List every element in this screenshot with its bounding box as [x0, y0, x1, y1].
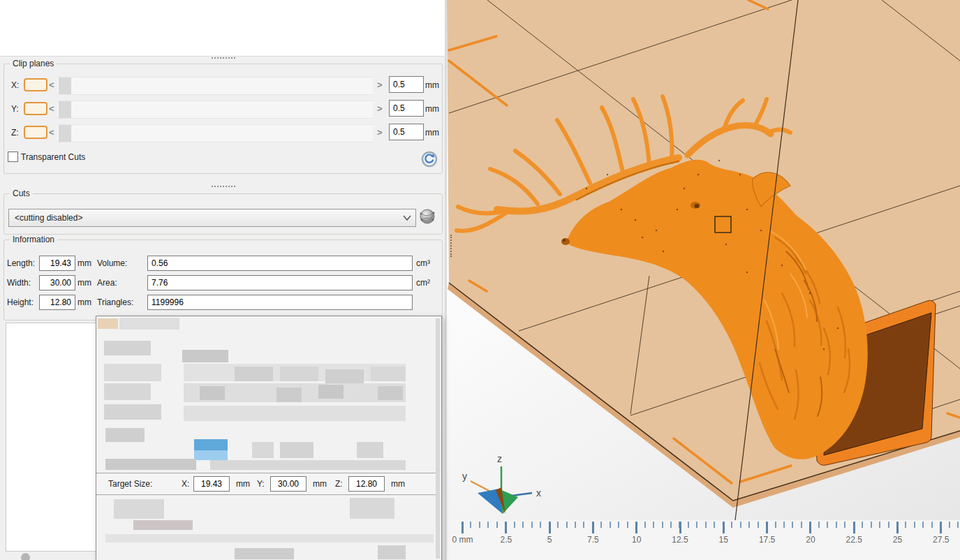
clip-x-step-left-icon[interactable]: < — [49, 80, 54, 90]
clip-planes-title: Clip planes — [10, 59, 57, 68]
x-axis-label: x — [536, 487, 541, 499]
horizontal-splitter-handle-2[interactable] — [212, 186, 235, 190]
area-unit: cm² — [416, 278, 430, 288]
target-x-input[interactable] — [193, 476, 230, 492]
clip-y-value-input[interactable] — [389, 100, 424, 117]
target-y-unit: mm — [313, 479, 327, 489]
clip-plane-row-y: Y: < > mm — [8, 100, 441, 118]
clip-x-slider-thumb[interactable] — [59, 78, 71, 94]
clip-x-slider[interactable] — [57, 77, 373, 95]
clip-x-step-right-icon[interactable]: > — [377, 80, 383, 90]
information-title: Information — [10, 235, 57, 244]
ruler-minor-ticks — [461, 522, 960, 528]
chevron-down-icon — [403, 215, 411, 221]
width-value-input[interactable] — [39, 275, 75, 290]
toolbar-icon-1[interactable] — [21, 553, 30, 560]
height-label: Height: — [7, 297, 34, 307]
clip-x-label: X: — [11, 80, 19, 90]
clip-y-step-left-icon[interactable]: < — [49, 103, 54, 114]
info-row-height-triangles: Height: mm Triangles: — [4, 295, 443, 310]
triangles-value-input[interactable] — [147, 295, 413, 310]
clip-z-unit: mm — [425, 128, 439, 138]
target-z-unit: mm — [391, 479, 405, 489]
transparent-cuts-checkbox[interactable] — [8, 152, 18, 162]
clip-z-step-right-icon[interactable]: > — [377, 127, 383, 138]
width-unit: mm — [77, 278, 91, 288]
info-row-width-area: Width: mm Area: cm² — [4, 275, 443, 290]
clip-z-slider-thumb[interactable] — [59, 125, 71, 142]
upper-panel-area — [0, 0, 445, 57]
3d-viewport[interactable]: z y x — [447, 0, 960, 520]
target-x-unit: mm — [236, 479, 250, 489]
info-row-length-volume: Length: mm Volume: cm³ — [4, 256, 443, 271]
clip-x-unit: mm — [425, 80, 439, 90]
volume-value-input[interactable] — [147, 256, 413, 271]
orientation-axes-widget: z y x — [462, 453, 541, 514]
clip-z-value-input[interactable] — [389, 124, 424, 140]
height-value-input[interactable] — [39, 295, 75, 310]
target-y-input[interactable] — [270, 476, 307, 492]
clip-x-value-input[interactable] — [389, 76, 424, 93]
target-size-label: Target Size: — [108, 479, 152, 489]
clip-y-unit: mm — [425, 104, 439, 114]
length-label: Length: — [7, 258, 35, 268]
height-unit: mm — [77, 297, 91, 307]
transparent-cuts-label: Transparent Cuts — [21, 152, 85, 162]
volume-label: Volume: — [97, 258, 127, 268]
clip-x-plane-toggle-button[interactable] — [24, 78, 47, 91]
clip-y-step-right-icon[interactable]: > — [377, 103, 383, 114]
target-size-row: Target Size: X: mm Y: mm Z: mm — [96, 473, 436, 495]
clip-z-plane-toggle-button[interactable] — [24, 126, 47, 139]
clip-y-plane-toggle-button[interactable] — [24, 102, 47, 115]
clip-y-label: Y: — [11, 104, 19, 114]
application-window: Clip planes X: < > mm Y: < > mm Z: — [0, 0, 960, 560]
horizontal-splitter-handle[interactable] — [212, 57, 235, 61]
scale-dialog: Target Size: X: mm Y: mm Z: mm — [96, 316, 442, 560]
ruler: 0 mm2.557.51012.51517.52022.52527.5 — [447, 520, 960, 560]
clip-planes-group: Clip planes X: < > mm Y: < > mm Z: — [3, 64, 443, 174]
nose — [561, 238, 570, 245]
target-x-label: X: — [182, 479, 189, 489]
cuts-title: Cuts — [10, 189, 33, 198]
clip-plane-row-z: Z: < > mm — [8, 124, 441, 142]
cutting-mode-value: <cutting disabled> — [15, 213, 82, 223]
target-y-label: Y: — [257, 479, 265, 489]
triangles-label: Triangles: — [97, 297, 133, 307]
clip-plane-row-x: X: < > mm — [8, 76, 441, 94]
reset-clip-planes-icon[interactable] — [421, 151, 438, 170]
y-axis-label: y — [462, 471, 467, 482]
vertical-splitter-handle[interactable] — [450, 235, 455, 257]
length-value-input[interactable] — [39, 256, 75, 271]
volume-unit: cm³ — [416, 258, 430, 268]
target-z-label: Z: — [335, 479, 343, 489]
clip-z-slider[interactable] — [57, 124, 373, 142]
clip-z-step-left-icon[interactable]: < — [49, 127, 54, 138]
cutting-mode-dropdown[interactable]: <cutting disabled> — [8, 209, 416, 227]
sphere-cut-icon[interactable] — [418, 207, 437, 228]
width-label: Width: — [7, 278, 31, 288]
clip-y-slider[interactable] — [57, 101, 373, 119]
length-unit: mm — [77, 258, 91, 268]
cuts-group: Cuts <cutting disabled> — [3, 193, 443, 235]
area-value-input[interactable] — [147, 275, 413, 290]
clip-z-label: Z: — [11, 128, 19, 138]
z-axis-label: z — [497, 453, 502, 464]
area-label: Area: — [97, 278, 117, 288]
clip-y-slider-thumb[interactable] — [59, 101, 71, 118]
information-group: Information Length: mm Volume: cm³ Width… — [3, 240, 443, 320]
target-z-input[interactable] — [348, 476, 385, 492]
